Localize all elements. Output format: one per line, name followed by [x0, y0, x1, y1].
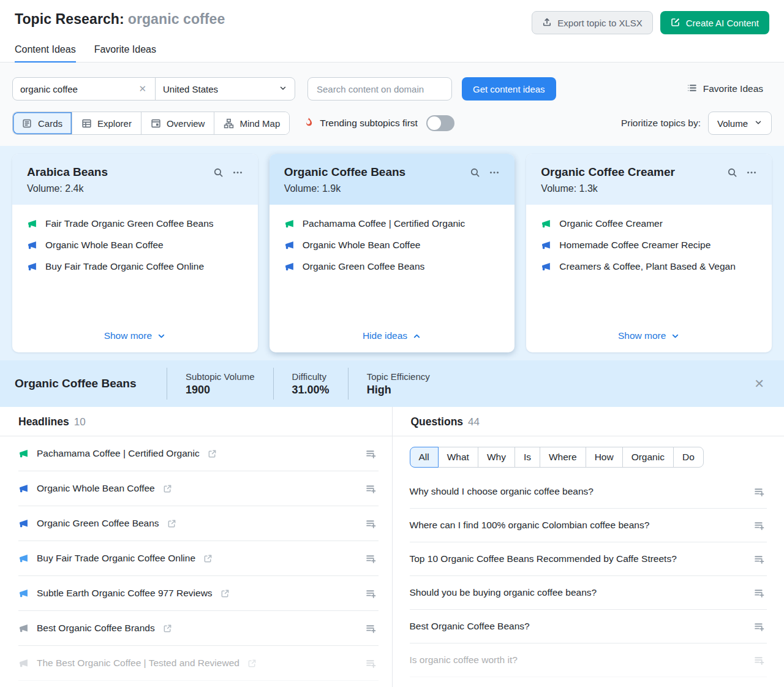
ellipsis-icon[interactable]: [746, 167, 757, 178]
question-row: Should you be buying organic coffee bean…: [410, 576, 767, 610]
flame-icon: [303, 117, 314, 130]
external-link-icon[interactable]: [163, 484, 172, 493]
country-select[interactable]: United States: [155, 78, 295, 100]
view-overview[interactable]: Overview: [141, 112, 215, 134]
cards-icon: [22, 118, 32, 129]
headlines-count: 10: [74, 416, 86, 428]
add-to-list-icon[interactable]: [366, 553, 379, 564]
question-text: Is organic coffee worth it?: [410, 655, 518, 666]
megaphone-icon: [284, 261, 295, 272]
detail-stat: Difficulty31.00%: [273, 368, 348, 400]
headlines-title: Headlines: [18, 416, 69, 428]
view-mind-map[interactable]: Mind Map: [214, 112, 289, 134]
question-row: Top 10 Organic Coffee Beans Recommended …: [410, 542, 767, 576]
subtopic-card[interactable]: Organic Coffee CreamerVolume: 1.3kOrgani…: [526, 154, 772, 352]
add-to-list-icon[interactable]: [366, 658, 379, 669]
question-filter-why[interactable]: Why: [478, 447, 515, 468]
megaphone-icon: [18, 518, 29, 529]
question-text: Where can I find 100% organic Colombian …: [410, 520, 650, 531]
subtopic-card[interactable]: Organic Coffee BeansVolume: 1.9kPachamam…: [270, 154, 515, 352]
question-filter-how[interactable]: How: [586, 447, 623, 468]
external-link-icon[interactable]: [221, 589, 230, 598]
tab-favorite-ideas[interactable]: Favorite Ideas: [94, 44, 156, 63]
chevron-down-icon: [279, 84, 287, 94]
question-filter-organic[interactable]: Organic: [622, 447, 674, 468]
card-header-row: Arabica Beans: [27, 165, 243, 179]
questions-count: 44: [468, 416, 480, 428]
card-ideas: Pachamama Coffee | Certified OrganicOrga…: [284, 218, 500, 283]
add-to-list-icon[interactable]: [366, 623, 379, 634]
headline-text: The Best Organic Coffee | Tested and Rev…: [37, 658, 239, 669]
card-volume: Volume: 1.3k: [541, 183, 757, 194]
prioritize-label: Prioritize topics by:: [621, 118, 701, 129]
export-xlsx-button[interactable]: Export topic to XLSX: [532, 11, 652, 34]
topic-search-input[interactable]: organic coffee ✕: [13, 78, 155, 100]
export-xlsx-label: Export topic to XLSX: [557, 18, 642, 28]
search-icon[interactable]: [213, 167, 224, 178]
question-filter-where[interactable]: Where: [540, 447, 586, 468]
hide-ideas-link[interactable]: Hide ideas: [363, 330, 421, 341]
search-icon[interactable]: [727, 167, 737, 178]
external-link-icon[interactable]: [203, 554, 213, 563]
search-icon[interactable]: [470, 167, 480, 178]
add-to-list-icon[interactable]: [754, 655, 767, 666]
add-to-list-icon[interactable]: [366, 484, 379, 494]
external-link-icon[interactable]: [163, 624, 172, 633]
ellipsis-icon[interactable]: [489, 167, 500, 178]
card-body: Pachamama Coffee | Certified OrganicOrga…: [270, 205, 515, 352]
add-to-list-icon[interactable]: [366, 588, 379, 599]
external-link-icon[interactable]: [167, 519, 176, 528]
domain-search-input[interactable]: Search content on domain: [307, 77, 452, 101]
headline-row: The Best Organic Coffee | Tested and Rev…: [18, 646, 379, 681]
view-cards[interactable]: Cards: [13, 112, 72, 134]
tab-content-ideas[interactable]: Content Ideas: [15, 44, 76, 63]
ellipsis-icon[interactable]: [232, 167, 243, 178]
idea-item: Buy Fair Trade Organic Coffee Online: [27, 261, 243, 272]
card-title: Organic Coffee Creamer: [541, 165, 727, 179]
view-explorer[interactable]: Explorer: [72, 112, 141, 134]
card-title: Arabica Beans: [27, 165, 213, 179]
close-icon[interactable]: ✕: [749, 374, 769, 393]
question-filter-do[interactable]: Do: [673, 447, 704, 468]
subtopic-card[interactable]: Arabica BeansVolume: 2.4kFair Trade Orga…: [12, 154, 258, 352]
card-header: Arabica BeansVolume: 2.4k: [12, 154, 258, 205]
megaphone-icon: [284, 240, 295, 251]
add-to-list-icon[interactable]: [366, 518, 379, 529]
clear-search-icon[interactable]: ✕: [137, 83, 148, 94]
get-content-ideas-button[interactable]: Get content ideas: [462, 77, 556, 101]
stat-label: Difficulty: [292, 371, 330, 382]
question-filter-is[interactable]: Is: [514, 447, 540, 468]
card-volume: Volume: 1.9k: [284, 183, 500, 194]
stat-label: Topic Efficiency: [367, 371, 430, 382]
prioritize-select[interactable]: Volume: [708, 112, 772, 135]
show-more-link[interactable]: Show more: [104, 330, 166, 341]
add-to-list-icon[interactable]: [754, 588, 767, 598]
megaphone-icon: [27, 240, 37, 251]
card-header-row: Organic Coffee Creamer: [541, 165, 757, 179]
megaphone-icon: [18, 449, 29, 459]
external-link-icon[interactable]: [208, 449, 217, 458]
add-to-list-icon[interactable]: [754, 621, 767, 632]
detail-stat: Topic EfficiencyHigh: [348, 368, 448, 400]
trending-toggle[interactable]: [426, 115, 454, 131]
add-to-list-icon[interactable]: [754, 487, 767, 497]
stat-value: High: [367, 384, 430, 397]
question-row: Best Organic Coffee Beans?: [410, 610, 767, 643]
view-switcher: CardsExplorerOverviewMind Map: [12, 112, 290, 135]
show-more-link[interactable]: Show more: [618, 330, 680, 341]
create-ai-content-button[interactable]: Create AI Content: [660, 11, 769, 34]
card-footer: Show more: [541, 324, 757, 346]
card-ideas: Organic Coffee CreamerHomemade Coffee Cr…: [541, 218, 757, 283]
footer-link-label: Show more: [104, 330, 152, 341]
country-value: United States: [163, 84, 279, 94]
external-link-icon[interactable]: [247, 659, 257, 668]
question-filter-all[interactable]: All: [410, 447, 439, 468]
add-to-list-icon[interactable]: [366, 449, 379, 459]
add-to-list-icon[interactable]: [754, 520, 767, 531]
add-to-list-icon[interactable]: [754, 554, 767, 564]
favorite-ideas-link[interactable]: Favorite Ideas: [687, 83, 772, 96]
headline-row: Subtle Earth Organic Coffee 977 Reviews: [18, 576, 379, 611]
prioritize-value: Volume: [717, 118, 748, 129]
question-filter-what[interactable]: What: [438, 447, 478, 468]
question-row: Is organic coffee worth it?: [410, 643, 767, 677]
